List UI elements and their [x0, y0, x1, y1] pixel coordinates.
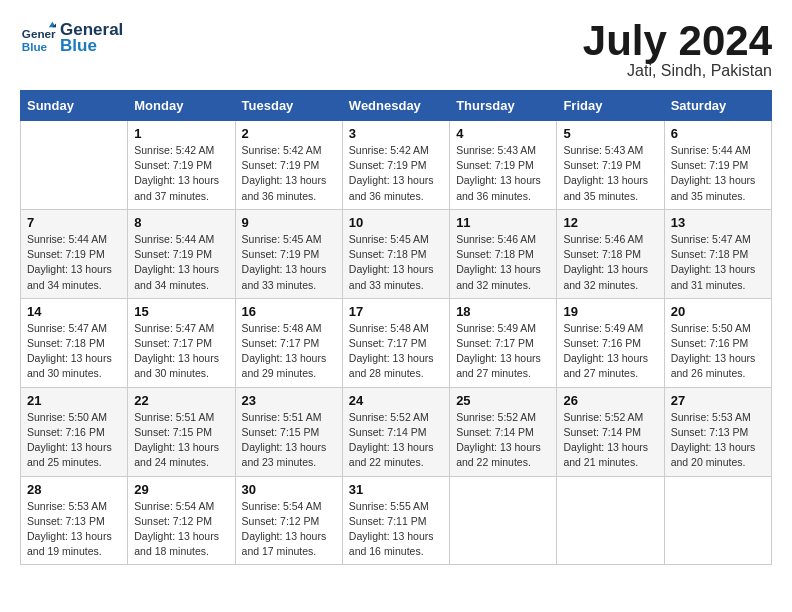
- day-info: Sunrise: 5:50 AM Sunset: 7:16 PM Dayligh…: [671, 321, 765, 382]
- week-row-3: 14Sunrise: 5:47 AM Sunset: 7:18 PM Dayli…: [21, 298, 772, 387]
- day-info: Sunrise: 5:44 AM Sunset: 7:19 PM Dayligh…: [671, 143, 765, 204]
- day-number: 10: [349, 215, 443, 230]
- day-number: 22: [134, 393, 228, 408]
- col-header-sunday: Sunday: [21, 91, 128, 121]
- day-cell: 4Sunrise: 5:43 AM Sunset: 7:19 PM Daylig…: [450, 121, 557, 210]
- logo-icon: General Blue: [20, 20, 56, 56]
- day-number: 18: [456, 304, 550, 319]
- day-info: Sunrise: 5:52 AM Sunset: 7:14 PM Dayligh…: [349, 410, 443, 471]
- day-number: 21: [27, 393, 121, 408]
- day-cell: 21Sunrise: 5:50 AM Sunset: 7:16 PM Dayli…: [21, 387, 128, 476]
- day-number: 20: [671, 304, 765, 319]
- col-header-friday: Friday: [557, 91, 664, 121]
- col-header-wednesday: Wednesday: [342, 91, 449, 121]
- day-number: 31: [349, 482, 443, 497]
- day-cell: 18Sunrise: 5:49 AM Sunset: 7:17 PM Dayli…: [450, 298, 557, 387]
- day-cell: 26Sunrise: 5:52 AM Sunset: 7:14 PM Dayli…: [557, 387, 664, 476]
- day-info: Sunrise: 5:47 AM Sunset: 7:17 PM Dayligh…: [134, 321, 228, 382]
- day-cell: 3Sunrise: 5:42 AM Sunset: 7:19 PM Daylig…: [342, 121, 449, 210]
- day-cell: 25Sunrise: 5:52 AM Sunset: 7:14 PM Dayli…: [450, 387, 557, 476]
- day-info: Sunrise: 5:42 AM Sunset: 7:19 PM Dayligh…: [242, 143, 336, 204]
- day-cell: 11Sunrise: 5:46 AM Sunset: 7:18 PM Dayli…: [450, 209, 557, 298]
- day-number: 14: [27, 304, 121, 319]
- day-number: 4: [456, 126, 550, 141]
- day-cell: 28Sunrise: 5:53 AM Sunset: 7:13 PM Dayli…: [21, 476, 128, 565]
- day-info: Sunrise: 5:53 AM Sunset: 7:13 PM Dayligh…: [671, 410, 765, 471]
- day-info: Sunrise: 5:55 AM Sunset: 7:11 PM Dayligh…: [349, 499, 443, 560]
- day-number: 17: [349, 304, 443, 319]
- day-cell: 29Sunrise: 5:54 AM Sunset: 7:12 PM Dayli…: [128, 476, 235, 565]
- day-info: Sunrise: 5:46 AM Sunset: 7:18 PM Dayligh…: [456, 232, 550, 293]
- col-header-tuesday: Tuesday: [235, 91, 342, 121]
- day-number: 15: [134, 304, 228, 319]
- day-cell: 7Sunrise: 5:44 AM Sunset: 7:19 PM Daylig…: [21, 209, 128, 298]
- day-number: 30: [242, 482, 336, 497]
- day-info: Sunrise: 5:50 AM Sunset: 7:16 PM Dayligh…: [27, 410, 121, 471]
- day-number: 29: [134, 482, 228, 497]
- day-cell: 10Sunrise: 5:45 AM Sunset: 7:18 PM Dayli…: [342, 209, 449, 298]
- day-number: 6: [671, 126, 765, 141]
- day-number: 12: [563, 215, 657, 230]
- location: Jati, Sindh, Pakistan: [583, 62, 772, 80]
- day-number: 11: [456, 215, 550, 230]
- day-cell: 27Sunrise: 5:53 AM Sunset: 7:13 PM Dayli…: [664, 387, 771, 476]
- day-cell: 30Sunrise: 5:54 AM Sunset: 7:12 PM Dayli…: [235, 476, 342, 565]
- day-info: Sunrise: 5:52 AM Sunset: 7:14 PM Dayligh…: [456, 410, 550, 471]
- day-info: Sunrise: 5:54 AM Sunset: 7:12 PM Dayligh…: [242, 499, 336, 560]
- day-cell: 8Sunrise: 5:44 AM Sunset: 7:19 PM Daylig…: [128, 209, 235, 298]
- logo-line2: Blue: [60, 37, 123, 56]
- day-info: Sunrise: 5:44 AM Sunset: 7:19 PM Dayligh…: [134, 232, 228, 293]
- day-info: Sunrise: 5:54 AM Sunset: 7:12 PM Dayligh…: [134, 499, 228, 560]
- day-info: Sunrise: 5:43 AM Sunset: 7:19 PM Dayligh…: [456, 143, 550, 204]
- day-cell: 1Sunrise: 5:42 AM Sunset: 7:19 PM Daylig…: [128, 121, 235, 210]
- logo: General Blue General Blue: [20, 20, 123, 56]
- day-cell: 9Sunrise: 5:45 AM Sunset: 7:19 PM Daylig…: [235, 209, 342, 298]
- day-cell: [450, 476, 557, 565]
- col-header-monday: Monday: [128, 91, 235, 121]
- day-number: 27: [671, 393, 765, 408]
- day-number: 3: [349, 126, 443, 141]
- day-cell: 13Sunrise: 5:47 AM Sunset: 7:18 PM Dayli…: [664, 209, 771, 298]
- day-number: 25: [456, 393, 550, 408]
- day-cell: 15Sunrise: 5:47 AM Sunset: 7:17 PM Dayli…: [128, 298, 235, 387]
- col-header-saturday: Saturday: [664, 91, 771, 121]
- day-info: Sunrise: 5:46 AM Sunset: 7:18 PM Dayligh…: [563, 232, 657, 293]
- header-row: SundayMondayTuesdayWednesdayThursdayFrid…: [21, 91, 772, 121]
- day-cell: [664, 476, 771, 565]
- day-info: Sunrise: 5:42 AM Sunset: 7:19 PM Dayligh…: [349, 143, 443, 204]
- week-row-5: 28Sunrise: 5:53 AM Sunset: 7:13 PM Dayli…: [21, 476, 772, 565]
- day-number: 1: [134, 126, 228, 141]
- day-cell: 31Sunrise: 5:55 AM Sunset: 7:11 PM Dayli…: [342, 476, 449, 565]
- calendar-table: SundayMondayTuesdayWednesdayThursdayFrid…: [20, 90, 772, 565]
- day-cell: [557, 476, 664, 565]
- title-block: July 2024 Jati, Sindh, Pakistan: [583, 20, 772, 80]
- day-cell: 20Sunrise: 5:50 AM Sunset: 7:16 PM Dayli…: [664, 298, 771, 387]
- day-number: 24: [349, 393, 443, 408]
- day-cell: 6Sunrise: 5:44 AM Sunset: 7:19 PM Daylig…: [664, 121, 771, 210]
- day-cell: 23Sunrise: 5:51 AM Sunset: 7:15 PM Dayli…: [235, 387, 342, 476]
- day-cell: 24Sunrise: 5:52 AM Sunset: 7:14 PM Dayli…: [342, 387, 449, 476]
- day-info: Sunrise: 5:47 AM Sunset: 7:18 PM Dayligh…: [671, 232, 765, 293]
- page-header: General Blue General Blue July 2024 Jati…: [20, 20, 772, 80]
- day-info: Sunrise: 5:49 AM Sunset: 7:16 PM Dayligh…: [563, 321, 657, 382]
- day-number: 9: [242, 215, 336, 230]
- day-number: 16: [242, 304, 336, 319]
- day-info: Sunrise: 5:45 AM Sunset: 7:19 PM Dayligh…: [242, 232, 336, 293]
- day-number: 5: [563, 126, 657, 141]
- day-number: 28: [27, 482, 121, 497]
- day-cell: 5Sunrise: 5:43 AM Sunset: 7:19 PM Daylig…: [557, 121, 664, 210]
- day-info: Sunrise: 5:43 AM Sunset: 7:19 PM Dayligh…: [563, 143, 657, 204]
- day-cell: [21, 121, 128, 210]
- day-cell: 12Sunrise: 5:46 AM Sunset: 7:18 PM Dayli…: [557, 209, 664, 298]
- day-number: 26: [563, 393, 657, 408]
- day-number: 7: [27, 215, 121, 230]
- day-info: Sunrise: 5:52 AM Sunset: 7:14 PM Dayligh…: [563, 410, 657, 471]
- day-info: Sunrise: 5:44 AM Sunset: 7:19 PM Dayligh…: [27, 232, 121, 293]
- day-number: 8: [134, 215, 228, 230]
- day-info: Sunrise: 5:49 AM Sunset: 7:17 PM Dayligh…: [456, 321, 550, 382]
- day-cell: 2Sunrise: 5:42 AM Sunset: 7:19 PM Daylig…: [235, 121, 342, 210]
- day-cell: 19Sunrise: 5:49 AM Sunset: 7:16 PM Dayli…: [557, 298, 664, 387]
- day-info: Sunrise: 5:51 AM Sunset: 7:15 PM Dayligh…: [134, 410, 228, 471]
- day-cell: 17Sunrise: 5:48 AM Sunset: 7:17 PM Dayli…: [342, 298, 449, 387]
- day-info: Sunrise: 5:51 AM Sunset: 7:15 PM Dayligh…: [242, 410, 336, 471]
